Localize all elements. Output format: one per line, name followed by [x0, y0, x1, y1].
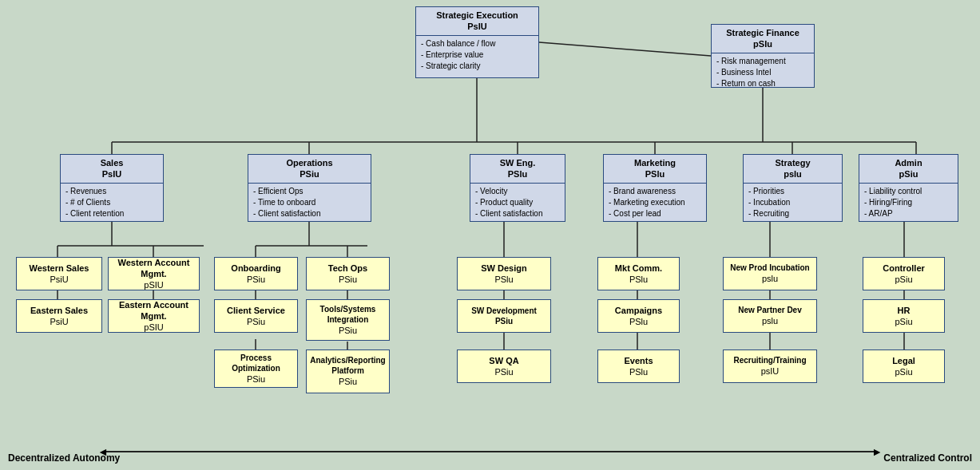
sw-qa-subtitle: PSiu: [494, 366, 513, 377]
decentralized-label: Decentralized Autonomy: [8, 452, 120, 464]
mkt-comm-text: Mkt Comm.: [615, 263, 662, 274]
marketing-box: Marketing PSlu - Brand awareness- Market…: [603, 154, 707, 222]
campaigns-text: Campaigns: [615, 305, 662, 316]
client-service-text: Client Service: [227, 305, 285, 316]
strategy-title-text: Strategy: [775, 158, 810, 168]
new-prod-box: New Prod Incubation pslu: [723, 257, 817, 290]
western-sales-text: Western Sales: [29, 263, 89, 274]
client-service-box: Client Service PSiu: [214, 299, 298, 333]
mkt-comm-subtitle: PSlu: [629, 274, 648, 285]
marketing-content: - Brand awareness- Marketing execution- …: [609, 186, 701, 219]
tools-systems-text: Tools/Systems Integration: [311, 304, 384, 325]
client-service-subtitle: PSiu: [247, 316, 265, 327]
sw-design-box: SW Design PSlu: [457, 257, 551, 290]
eastern-account-subtitle: pSIU: [144, 322, 163, 333]
western-account-subtitle: pSIU: [144, 279, 163, 290]
operations-subtitle: PSiu: [300, 169, 319, 179]
sales-subtitle: PsIU: [102, 169, 121, 179]
controller-text: Controller: [883, 263, 925, 274]
eastern-sales-box: Eastern Sales PsiU: [16, 299, 102, 333]
operations-title-text: Operations: [286, 158, 332, 168]
campaigns-box: Campaigns PSlu: [597, 299, 680, 333]
onboarding-box: Onboarding PSiu: [214, 257, 298, 290]
admin-content: - Liability control- Hiring/Firing- AR/A…: [864, 186, 953, 219]
eastern-account-box: Eastern Account Mgmt. pSIU: [108, 299, 200, 333]
sw-eng-title: SW Eng. PSlu: [470, 155, 565, 184]
new-partner-box: New Partner Dev pslu: [723, 299, 817, 333]
process-opt-box: Process Optimization PSiu: [214, 350, 298, 388]
western-account-box: Western Account Mgmt. pSIU: [108, 257, 200, 290]
eastern-sales-text: Eastern Sales: [30, 305, 88, 316]
marketing-title: Marketing PSlu: [604, 155, 706, 184]
strategic-execution-title-text: Strategic Execution: [436, 10, 518, 20]
sw-qa-text: SW QA: [489, 355, 518, 366]
eastern-sales-subtitle: PsiU: [50, 316, 68, 327]
recruiting-training-subtitle: psIU: [761, 365, 780, 377]
process-opt-subtitle: PSiu: [247, 373, 265, 385]
mkt-comm-box: Mkt Comm. PSlu: [597, 257, 680, 290]
legal-subtitle: pSiu: [895, 366, 912, 377]
sw-eng-box: SW Eng. PSlu - Velocity- Product quality…: [470, 154, 565, 222]
sales-content: - Revenues- # of Clients- Client retenti…: [65, 186, 158, 219]
sw-qa-box: SW QA PSiu: [457, 350, 551, 383]
strategic-finance-content: - Risk management- Business Intel- Retur…: [716, 56, 809, 89]
strategic-execution-subtitle: PsIU: [467, 22, 486, 31]
decentralized-text: Decentralized Autonomy: [8, 452, 120, 464]
analytics-subtitle: PSiu: [339, 376, 357, 387]
operations-title: Operations PSiu: [248, 155, 371, 184]
marketing-subtitle: PSlu: [645, 169, 665, 179]
tech-ops-box: Tech Ops PSiu: [306, 257, 390, 290]
campaigns-subtitle: PSlu: [629, 316, 648, 327]
strategic-finance-subtitle: pSIu: [753, 39, 772, 49]
eastern-account-text: Eastern Account Mgmt.: [113, 299, 194, 322]
process-opt-text: Process Optimization: [220, 353, 292, 373]
marketing-title-text: Marketing: [634, 158, 676, 168]
new-partner-text: New Partner Dev: [738, 305, 801, 315]
sw-design-subtitle: PSlu: [494, 274, 513, 285]
events-text: Events: [624, 355, 653, 366]
org-chart: Strategic Execution PsIU - Cash balance …: [0, 0, 980, 470]
new-partner-subtitle: pslu: [762, 315, 778, 326]
legal-text: Legal: [892, 355, 915, 366]
sales-title: Sales PsIU: [61, 155, 163, 184]
sales-box: Sales PsIU - Revenues- # of Clients- Cli…: [60, 154, 164, 222]
strategic-finance-box: Strategic Finance pSIu - Risk management…: [711, 24, 815, 88]
strategic-execution-content: - Cash balance / flow- Enterprise value-…: [421, 38, 534, 72]
centralized-text: Centralized Control: [883, 452, 972, 464]
tech-ops-text: Tech Ops: [328, 263, 367, 274]
sw-development-text: SW Development PSiu: [462, 306, 546, 326]
recruiting-training-text: Recruiting/Training: [733, 355, 806, 365]
admin-subtitle: pSiu: [899, 169, 919, 179]
sw-development-box: SW Development PSiu: [457, 299, 551, 333]
hr-subtitle: pSiu: [895, 316, 912, 327]
western-sales-box: Western Sales PsiU: [16, 257, 102, 290]
sw-eng-content: - Velocity- Product quality- Client sati…: [475, 186, 560, 219]
sw-design-text: SW Design: [481, 263, 526, 274]
events-box: Events PSlu: [597, 350, 680, 383]
onboarding-subtitle: PSiu: [247, 274, 265, 285]
strategy-title: Strategy pslu: [744, 155, 842, 184]
sw-eng-subtitle: PSlu: [508, 169, 527, 179]
strategic-execution-box: Strategic Execution PsIU - Cash balance …: [415, 6, 539, 78]
admin-box: Admin pSiu - Liability control- Hiring/F…: [859, 154, 958, 222]
centralized-label: Centralized Control: [883, 452, 972, 464]
tech-ops-subtitle: PSiu: [339, 274, 357, 285]
arrow-line: [104, 451, 876, 452]
strategy-content: - Priorities- Incubation- Recruiting: [748, 186, 837, 219]
recruiting-training-box: Recruiting/Training psIU: [723, 350, 817, 383]
analytics-box: Analytics/Reporting Platform PSiu: [306, 350, 390, 393]
western-sales-subtitle: PsiU: [50, 274, 68, 285]
sw-eng-title-text: SW Eng.: [500, 158, 536, 168]
operations-content: - Efficient Ops- Time to onboard- Client…: [253, 186, 366, 219]
hr-text: HR: [898, 305, 911, 316]
hr-box: HR pSiu: [863, 299, 945, 333]
legal-box: Legal pSiu: [863, 350, 945, 383]
sales-title-text: Sales: [101, 158, 124, 168]
events-subtitle: PSlu: [629, 366, 648, 377]
admin-title: Admin pSiu: [859, 155, 958, 184]
strategic-execution-title: Strategic Execution PsIU: [416, 7, 538, 36]
analytics-text: Analytics/Reporting Platform: [310, 355, 385, 376]
operations-box: Operations PSiu - Efficient Ops- Time to…: [248, 154, 371, 222]
svg-line-0: [539, 42, 711, 56]
strategic-finance-title: Strategic Finance pSIu: [712, 25, 814, 53]
